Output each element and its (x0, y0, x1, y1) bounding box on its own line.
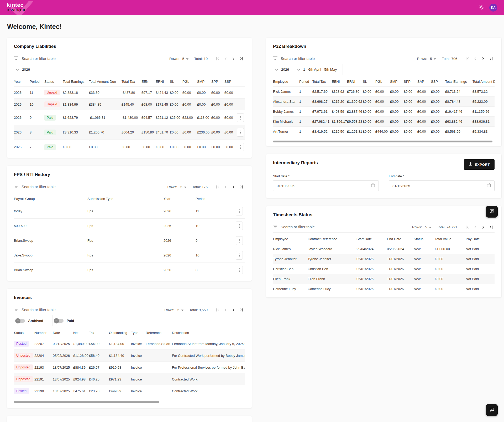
rows-per-page-select[interactable]: 5 (180, 185, 187, 189)
previous-page-button[interactable] (471, 223, 479, 231)
table-cell: 1 (299, 127, 312, 137)
archived-toggle[interactable]: Archived (14, 315, 52, 326)
search-input[interactable] (22, 185, 164, 189)
next-page-button[interactable] (230, 306, 237, 313)
filter-icon[interactable] (273, 225, 277, 229)
table-cell: £0.00 (431, 107, 445, 117)
end-date-field[interactable]: 31/12/2025 (389, 180, 495, 191)
table-cell: £8,563.99 (445, 127, 472, 137)
last-page-button[interactable] (238, 306, 245, 313)
column-header: SMP (390, 76, 404, 87)
previous-page-button[interactable] (471, 55, 479, 62)
table-cell: Not Paid (466, 264, 495, 274)
first-page-button[interactable] (214, 183, 221, 191)
filter-icon[interactable] (14, 184, 18, 189)
table-cell: £424.43 (156, 87, 170, 99)
table-row: Catherine LucyCatherine.Lucy05/01/202611… (273, 284, 495, 294)
table-cell: £499.39 (109, 385, 131, 397)
chevron-down-icon (275, 68, 278, 71)
row-actions-button[interactable] (237, 143, 244, 151)
search-input[interactable] (281, 56, 414, 61)
avatar[interactable]: KA (489, 4, 497, 12)
last-page-button[interactable] (238, 55, 245, 62)
row-actions-button[interactable] (237, 128, 244, 137)
horizontal-scrollbar[interactable] (14, 401, 159, 403)
next-page-button[interactable] (230, 183, 237, 191)
first-page-button[interactable] (464, 55, 471, 62)
filter-icon[interactable] (14, 307, 18, 312)
table-cell (235, 263, 245, 277)
left-column: Company Liabilities Rows: 5 Total: 10 20… (7, 38, 252, 422)
column-header: SL (363, 76, 375, 87)
column-header: Outstanding (109, 327, 131, 338)
toggle-switch-icon (55, 319, 64, 323)
previous-page-button[interactable] (222, 55, 229, 62)
table-header-row: EmployeePeriodTotal TaxEENIERNISLPGLSMPS… (273, 76, 495, 87)
previous-page-button[interactable] (222, 183, 229, 191)
year-filter-select[interactable]: 2026 (14, 64, 36, 75)
rows-per-page-select[interactable]: 5 (430, 57, 436, 61)
column-header: PGL (182, 76, 197, 87)
search-input[interactable] (22, 56, 166, 61)
column-header: EENI (332, 76, 347, 87)
table-header-row: EmployeeContract ReferenceStart DateEnd … (273, 233, 495, 244)
filter-icon[interactable] (14, 56, 18, 61)
filter-icon[interactable] (273, 56, 277, 61)
table-cell: £1,000.00 (435, 244, 466, 254)
table-cell: £0.00 (404, 107, 417, 117)
rows-per-page-select[interactable]: 5 (182, 57, 188, 61)
card-title: Company Liabilities (14, 44, 245, 49)
table-cell: Fernando.Stuart from Monday, January 5, … (172, 338, 245, 350)
start-date-field[interactable]: 01/10/2025 (273, 180, 379, 191)
rows-per-page-select[interactable]: 5 (177, 308, 184, 312)
period-filter-select[interactable]: 1 - 6th April - 5th May (295, 64, 343, 75)
table-cell: 1 (299, 87, 312, 97)
table-cell: £8,784.48 (445, 97, 472, 107)
column-header: Start Date (356, 233, 387, 244)
last-page-button[interactable] (487, 55, 495, 62)
last-page-button[interactable] (238, 183, 245, 191)
previous-page-button[interactable] (222, 306, 229, 313)
row-actions-button[interactable] (236, 266, 243, 274)
table-cell: Invoice (131, 338, 146, 350)
last-page-button[interactable] (487, 223, 495, 231)
row-actions-button[interactable] (236, 222, 243, 230)
horizontal-scrollbar[interactable] (273, 141, 492, 142)
chat-widget-button[interactable] (486, 206, 498, 218)
table-cell: 2026 (164, 219, 196, 233)
first-page-button[interactable] (214, 306, 221, 313)
first-page-button[interactable] (464, 223, 471, 231)
first-page-button[interactable] (214, 55, 221, 62)
row-actions-button[interactable] (236, 236, 243, 245)
table-cell: £0.00 (390, 127, 404, 137)
table-cell: £56.40 (89, 350, 109, 362)
column-header: SMP (197, 76, 211, 87)
paid-toggle[interactable]: Paid (52, 315, 83, 326)
search-input[interactable] (281, 225, 409, 229)
next-page-button[interactable] (230, 55, 237, 62)
rows-per-page-select[interactable]: 5 (425, 225, 431, 229)
kintec-logo[interactable]: kintec ASSURED (7, 0, 51, 15)
table-cell: 7 (30, 140, 44, 155)
table-cell: £0.00 (363, 107, 375, 117)
theme-toggle-button[interactable] (479, 4, 484, 11)
next-page-button[interactable] (479, 55, 487, 62)
table-cell: £0.00 (404, 87, 417, 97)
table-cell: Invoice (131, 373, 146, 385)
search-input[interactable] (22, 308, 161, 312)
table-cell: £68.00 (141, 99, 156, 110)
column-header: Total Earnings (445, 76, 472, 87)
row-actions-button[interactable] (236, 251, 243, 260)
row-actions-button[interactable] (236, 207, 243, 215)
table-cell: 2026 (14, 87, 30, 99)
next-page-button[interactable] (479, 223, 487, 231)
column-header: Tax (89, 327, 109, 338)
export-button[interactable]: EXPORT (464, 159, 495, 170)
row-actions-button[interactable] (237, 113, 244, 122)
table-cell: For Professional Services performed by J… (172, 362, 245, 373)
table-cell: £0.00 (363, 127, 375, 137)
rows-label: Rows: (417, 57, 427, 61)
column-header: Total Earnings (63, 76, 89, 87)
chat-widget-button[interactable] (486, 404, 498, 416)
year-filter-select[interactable]: 2026 (273, 64, 295, 75)
